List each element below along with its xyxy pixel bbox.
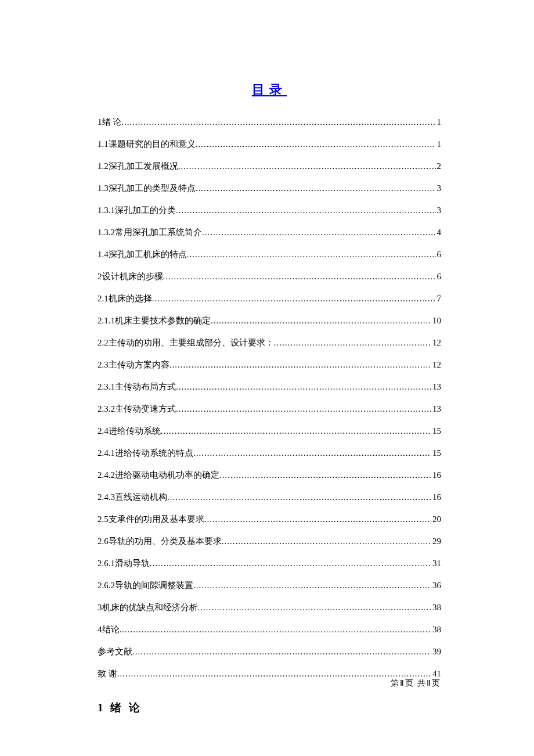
toc-entry[interactable]: 1.3.2 常用深孔加工系统简介4 bbox=[98, 225, 441, 239]
toc-entry-page: 29 bbox=[431, 534, 441, 548]
toc-leader-dots bbox=[202, 225, 436, 239]
toc-entry-page: 6 bbox=[436, 269, 442, 283]
document-page: 目录 1 绪 论11.1 课题研究的目的和意义11.2 深孔加工发展概况21.3… bbox=[0, 0, 534, 715]
toc-entry-page: 7 bbox=[436, 291, 442, 305]
toc-leader-dots bbox=[196, 181, 436, 195]
toc-entry[interactable]: 1.1 课题研究的目的和意义1 bbox=[98, 137, 441, 151]
toc-entry-text: 结论 bbox=[102, 622, 120, 636]
toc-entry-page: 16 bbox=[431, 490, 441, 504]
toc-leader-dots bbox=[161, 424, 431, 438]
toc-leader-dots bbox=[222, 534, 431, 548]
toc-entry-text: 深孔加工发展概况 bbox=[109, 159, 178, 173]
toc-entry-page: 31 bbox=[431, 556, 441, 570]
toc-leader-dots bbox=[167, 490, 431, 504]
toc-entry-number: 1.3 bbox=[98, 181, 109, 195]
toc-entry-text: 绪 论 bbox=[102, 115, 122, 129]
toc-entry-page: 20 bbox=[431, 512, 441, 526]
toc-entry[interactable]: 1.3 深孔加工的类型及特点3 bbox=[98, 181, 441, 195]
toc-entry[interactable]: 1.4 深孔加工机床的特点6 bbox=[98, 247, 441, 261]
toc-entry-page: 15 bbox=[431, 424, 441, 438]
toc-entry-page: 2 bbox=[436, 159, 442, 173]
toc-entry-text: 深孔加工的类型及特点 bbox=[109, 181, 196, 195]
toc-entry-number: 2.3 bbox=[98, 358, 109, 372]
toc-entry-text: 主传动布局方式 bbox=[115, 380, 176, 394]
toc-entry[interactable]: 2.3.1 主传动布局方式13 bbox=[98, 380, 441, 394]
toc-entry-number: 2.5 bbox=[98, 512, 109, 526]
toc-entry-number: 2.3.2 bbox=[98, 402, 115, 416]
toc-entry[interactable]: 1.3.1 深孔加工的分类3 bbox=[98, 203, 441, 217]
toc-leader-dots bbox=[187, 247, 436, 261]
toc-entry-text: 进给传动系统 bbox=[109, 424, 161, 438]
toc-entry-number: 2.6.1 bbox=[98, 556, 115, 570]
section-heading: 1 绪 论 bbox=[98, 700, 441, 715]
toc-entry-text: 主传动变速方式 bbox=[115, 402, 176, 416]
toc-entry-page: 36 bbox=[431, 578, 441, 592]
toc-entry-page: 1 bbox=[436, 115, 442, 129]
toc-entry[interactable]: 2.2 主传动的功用、主要组成部分、设计要求：12 bbox=[98, 336, 441, 350]
toc-entry-number: 4 bbox=[98, 622, 102, 636]
toc-entry[interactable]: 2.6.1 滑动导轨31 bbox=[98, 556, 441, 570]
toc-entry[interactable]: 2.4.2 进给驱动电动机功率的确定16 bbox=[98, 468, 441, 482]
toc-entry-number: 2.4.2 bbox=[98, 468, 115, 482]
toc-entry-number: 1.3.2 bbox=[98, 225, 115, 239]
toc-leader-dots bbox=[169, 358, 431, 372]
toc-entry[interactable]: 2.4.3 直线运动机构16 bbox=[98, 490, 441, 504]
toc-entry-page: 3 bbox=[436, 203, 442, 217]
toc-entry-page: 4 bbox=[436, 225, 442, 239]
toc-entry-number: 2.1 bbox=[98, 291, 109, 305]
toc-entry[interactable]: 1.2 深孔加工发展概况2 bbox=[98, 159, 441, 173]
toc-entry[interactable]: 致 谢41 bbox=[98, 667, 441, 681]
toc-leader-dots bbox=[204, 512, 431, 526]
toc-entry-page: 39 bbox=[431, 645, 441, 658]
toc-entry[interactable]: 2.5 支承件的功用及基本要求20 bbox=[98, 512, 441, 526]
toc-entry[interactable]: 2 设计机床的步骤6 bbox=[98, 269, 441, 283]
toc-entry-text: 导轨的功用、分类及基本要求 bbox=[109, 534, 222, 548]
toc-entry-text: 支承件的功用及基本要求 bbox=[109, 512, 204, 526]
toc-entry[interactable]: 2.1 机床的选择 7 bbox=[98, 291, 441, 305]
toc-entry-page: 6 bbox=[436, 247, 442, 261]
toc-entry[interactable]: 1 绪 论1 bbox=[98, 115, 441, 129]
toc-entry-text: 致 谢 bbox=[98, 667, 117, 681]
toc-entry-number: 2.6.2 bbox=[98, 578, 115, 592]
toc-entry[interactable]: 2.6 导轨的功用、分类及基本要求29 bbox=[98, 534, 441, 548]
toc-entry-number: 1.1 bbox=[98, 137, 109, 151]
toc-leader-dots bbox=[211, 314, 431, 327]
toc-entry-number: 2.4 bbox=[98, 424, 109, 438]
toc-entry-page: 15 bbox=[431, 446, 441, 460]
toc-entry-number: 2.1.1 bbox=[98, 314, 115, 327]
toc-entry[interactable]: 3 机床的优缺点和经济分析38 bbox=[98, 600, 441, 614]
toc-entry-text: 机床的选择 bbox=[109, 291, 152, 305]
toc-entry-page: 13 bbox=[431, 380, 441, 394]
toc-entry-number: 1.4 bbox=[98, 247, 109, 261]
toc-entry-text: 主传动方案内容 bbox=[109, 358, 169, 372]
toc-leader-dots bbox=[176, 380, 431, 394]
toc-entry-page: 16 bbox=[431, 468, 441, 482]
toc-entry-text: 直线运动机构 bbox=[115, 490, 167, 504]
toc-entry-text: 滑动导轨 bbox=[115, 556, 150, 570]
toc-entry-text: 深孔加工机床的特点 bbox=[109, 247, 187, 261]
toc-entry[interactable]: 2.3.2 主传动变速方式13 bbox=[98, 402, 441, 416]
toc-entry-number: 2.2 bbox=[98, 336, 109, 350]
toc-entry-number: 1.3.1 bbox=[98, 203, 115, 217]
toc-entry[interactable]: 4 结论38 bbox=[98, 622, 441, 636]
toc-entry[interactable]: 2.6.2 导轨的间隙调整装置36 bbox=[98, 578, 441, 592]
table-of-contents: 1 绪 论11.1 课题研究的目的和意义11.2 深孔加工发展概况21.3 深孔… bbox=[98, 115, 441, 681]
toc-entry-page: 13 bbox=[431, 402, 441, 416]
toc-entry-page: 1 bbox=[436, 137, 442, 151]
toc-entry-number: 2 bbox=[98, 269, 102, 283]
toc-entry-text: 深孔加工的分类 bbox=[115, 203, 176, 217]
toc-entry[interactable]: 2.4 进给传动系统15 bbox=[98, 424, 441, 438]
toc-entry-number: 2.4.3 bbox=[98, 490, 115, 504]
toc-leader-dots bbox=[152, 291, 436, 305]
toc-entry-number: 1.2 bbox=[98, 159, 109, 173]
toc-entry-number: 2.6 bbox=[98, 534, 109, 548]
toc-leader-dots bbox=[193, 578, 431, 592]
toc-entry-page: 38 bbox=[431, 600, 441, 614]
toc-entry[interactable]: 参考文献39 bbox=[98, 645, 441, 658]
toc-entry[interactable]: 2.1.1 机床主要技术参数的确定10 bbox=[98, 314, 441, 327]
toc-leader-dots bbox=[274, 336, 431, 350]
toc-leader-dots bbox=[121, 115, 435, 129]
toc-entry[interactable]: 2.4.1 进给传动系统的特点15 bbox=[98, 446, 441, 460]
toc-entry-text: 进给驱动电动机功率的确定 bbox=[115, 468, 219, 482]
toc-entry[interactable]: 2.3 主传动方案内容12 bbox=[98, 358, 441, 372]
